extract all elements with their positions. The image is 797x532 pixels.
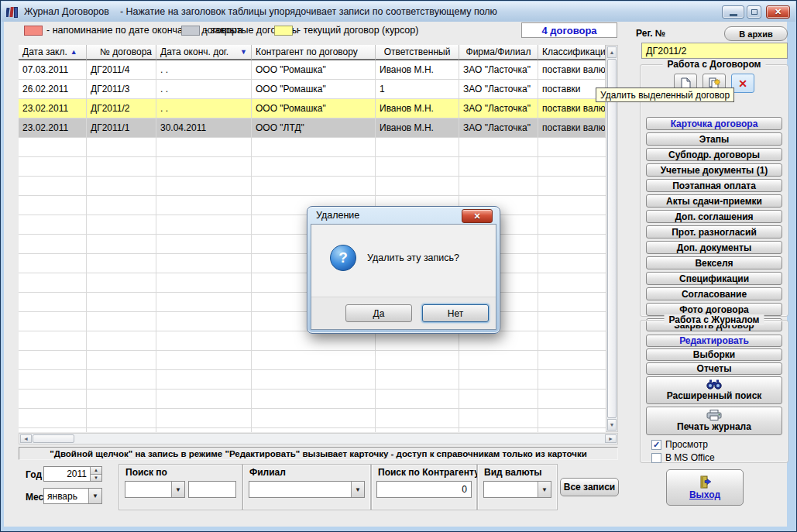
addendums-button[interactable]: Доп. соглашения [646, 210, 782, 223]
accounting-docs-button[interactable]: Учетные документы (1) [646, 163, 782, 177]
table-row[interactable]: 07.03.2011 ДГ2011/4 . . ООО "Ромашка" Ив… [19, 60, 606, 80]
branch-select[interactable]: ▼ [249, 481, 365, 498]
sort-desc-icon: ▼ [240, 48, 247, 56]
dialog-close-button[interactable]: ✕ [462, 209, 493, 223]
selections-button[interactable]: Выборки [646, 348, 782, 361]
stages-button[interactable]: Этапы [646, 132, 782, 146]
legend-closed-swatch [181, 26, 200, 36]
contract-card-button[interactable]: Карточка договора [646, 117, 782, 130]
restore-button[interactable] [747, 5, 761, 19]
binoculars-icon [706, 379, 722, 390]
contractor-search-input[interactable]: 0 [376, 481, 472, 498]
year-value[interactable]: 2011 [44, 467, 90, 481]
table-row-closed[interactable]: 23.02.2011 ДГ2011/1 30.04.2011 ООО "ЛТД"… [19, 118, 606, 138]
column-header-classification[interactable]: Классификаци [538, 45, 606, 60]
edit-button[interactable]: Редактировать [646, 335, 782, 347]
month-select[interactable]: январь ▼ [43, 488, 102, 504]
titlebar: Журнал Договоров - Нажатие на заголовок … [2, 2, 795, 22]
no-button[interactable]: Нет [422, 304, 489, 322]
app-icon [6, 5, 19, 19]
app-window: Журнал Договоров - Нажатие на заголовок … [0, 0, 797, 532]
search-by-input[interactable] [188, 481, 236, 498]
window-title: Журнал Договоров [24, 6, 109, 17]
specifications-button[interactable]: Спецификации [646, 272, 782, 285]
currency-label: Вид валюты [484, 467, 542, 478]
reg-number-input[interactable]: ДГ2011/2 [641, 43, 788, 59]
restore-icon [751, 9, 757, 15]
journal-group-title: Работа с Журналом [665, 314, 764, 325]
grid-line [538, 138, 538, 432]
grid-line [156, 138, 156, 432]
close-icon: ✕ [775, 7, 782, 17]
checkbox-check-icon: ✓ [651, 440, 661, 450]
column-header-responsible[interactable]: Ответственный [376, 45, 459, 60]
chevron-down-icon[interactable]: ▼ [88, 489, 101, 503]
scroll-left-icon[interactable]: ◄ [20, 434, 32, 443]
currency-select[interactable]: ▼ [483, 481, 551, 498]
chevron-down-icon[interactable]: ▼ [538, 482, 551, 497]
approval-button[interactable]: Согласование [646, 287, 782, 300]
ms-office-checkbox[interactable]: В MS Office [651, 452, 715, 463]
advanced-search-button[interactable]: Расширенный поиск [646, 376, 782, 404]
table-row-current[interactable]: 23.02.2011 ДГ2011/2 . . ООО "Ромашка" Ив… [19, 99, 606, 118]
chevron-down-icon[interactable]: ▼ [171, 482, 184, 497]
acceptance-acts-button[interactable]: Акты сдачи-приемки [646, 194, 782, 208]
yes-button[interactable]: Да [345, 304, 412, 322]
reports-button[interactable]: Отчеты [646, 362, 782, 375]
year-spinner[interactable]: 2011 ▲ ▼ [43, 466, 102, 482]
question-icon: ? [330, 245, 356, 271]
search-by-label: Поиск по [125, 467, 167, 478]
disagreement-protocols-button[interactable]: Прот. разногласий [646, 225, 782, 239]
close-icon: ✕ [473, 211, 480, 221]
column-header-date-signed[interactable]: Дата закл. ▲ [19, 45, 87, 60]
status-bar: "Двойной щелчок" на запись в режиме "Ред… [19, 447, 618, 460]
month-value: январь [44, 489, 88, 503]
delete-x-icon: ✕ [738, 77, 747, 90]
legend-current-label: - текущий договор (курсор) [297, 25, 418, 36]
contract-group-title: Работа с Договором [663, 59, 766, 70]
scroll-right-icon[interactable]: ► [605, 434, 617, 443]
scroll-up-icon[interactable]: ▲ [607, 46, 617, 58]
print-journal-button[interactable]: Печать журнала [646, 407, 782, 435]
archive-button[interactable]: В архив [724, 26, 788, 41]
journal-group: Работа с Журналом Редактировать Выборки … [640, 320, 788, 463]
scroll-down-icon[interactable]: ▼ [607, 419, 617, 431]
horizontal-scroll-thumb[interactable] [33, 434, 74, 443]
grid-line [86, 138, 87, 432]
spinner-down-icon[interactable]: ▼ [91, 475, 101, 482]
exit-button[interactable]: Выход [666, 469, 744, 506]
horizontal-scrollbar[interactable]: ◄ ► [19, 433, 618, 444]
delete-contract-button[interactable]: ✕ [731, 74, 754, 93]
preview-checkbox[interactable]: ✓ Просмотр [651, 439, 708, 450]
grid-line [251, 138, 252, 432]
checkbox-empty-icon [651, 453, 661, 463]
subcontracts-button[interactable]: Субподр. договоры [646, 148, 782, 161]
additional-docs-button[interactable]: Доп. документы [646, 241, 782, 254]
minimize-button[interactable] [722, 5, 744, 19]
spinner-up-icon[interactable]: ▲ [91, 467, 101, 475]
chevron-down-icon[interactable]: ▼ [351, 482, 364, 497]
month-label: Мес [26, 492, 43, 503]
dialog-body: ? Удалить эту запись? Да Нет [311, 224, 496, 330]
delete-dialog: Удаление ✕ ? Удалить эту запись? Да Нет [307, 206, 500, 334]
exit-door-icon [698, 475, 712, 489]
contract-count-badge: 4 договора [521, 22, 617, 38]
bills-button[interactable]: Векселя [646, 256, 782, 269]
all-records-button[interactable]: Все записи [560, 478, 619, 496]
year-label: Год [26, 469, 42, 480]
vertical-scroll-thumb[interactable] [607, 59, 617, 418]
staged-payment-button[interactable]: Поэтапная оплата [646, 179, 782, 192]
column-header-number[interactable]: № договора [87, 45, 156, 60]
client-area: - напоминание по дате окончания договора… [4, 22, 787, 527]
column-header-firm[interactable]: Фирма/Филиал [459, 45, 538, 60]
sort-asc-icon: ▲ [70, 48, 77, 56]
reg-number-label: Рег. № [636, 28, 665, 39]
close-button[interactable]: ✕ [766, 5, 790, 19]
table-row[interactable]: 26.02.2011 ДГ2011/3 . . ООО "Ромашка" 1 … [19, 80, 606, 99]
column-header-contractor[interactable]: Контрагент по договору [252, 45, 376, 60]
column-header-date-end[interactable]: Дата оконч. дог. ▼ [156, 45, 252, 60]
dialog-title: Удаление [316, 210, 359, 221]
dialog-button-strip: Да Нет [311, 297, 496, 329]
search-by-select[interactable]: ▼ [125, 481, 185, 498]
vertical-scrollbar[interactable]: ▲ ▼ [606, 45, 618, 432]
